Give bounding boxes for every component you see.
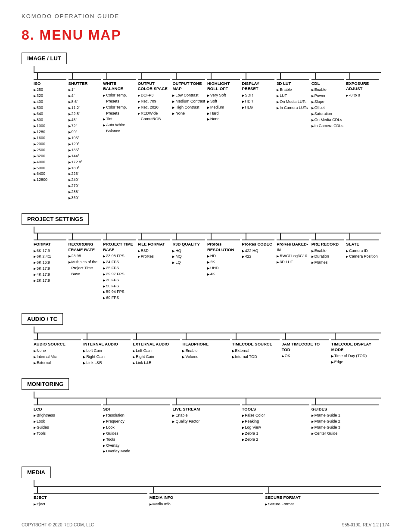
list-item-arrow: ▶ xyxy=(311,124,314,128)
list-item-arrow: ▶ xyxy=(68,100,71,104)
list-item-arrow: ▶ xyxy=(68,106,71,110)
list-item-text: 5K 17:9 xyxy=(37,266,50,272)
col-title-r3d_quality: R3D QUALITY xyxy=(172,240,205,247)
list-item: ▶RWG/ Log3G10 xyxy=(277,253,307,259)
list-item: ▶Enable xyxy=(172,413,199,419)
list-item-text: 4000 xyxy=(37,159,45,165)
list-item-text: Rec. 2020 xyxy=(141,105,159,111)
col-title-pre_record: PRE RECORD xyxy=(311,240,344,247)
list-item-arrow: ▶ xyxy=(138,100,140,104)
list-item-arrow: ▶ xyxy=(103,438,105,442)
col-secure_format: SECURE FORMAT▶Secure Format xyxy=(265,487,381,507)
list-item: ▶225° xyxy=(68,171,83,177)
list-item-arrow: ▶ xyxy=(311,106,314,110)
list-item: ▶422 xyxy=(242,254,258,260)
list-item-arrow: ▶ xyxy=(34,130,36,134)
col-title-audio_source: AUDIO SOURCE xyxy=(34,339,81,347)
list-item: ▶120° xyxy=(68,141,83,147)
col-title-guides: GUIDES xyxy=(311,404,379,412)
list-item-text: Resolution xyxy=(106,413,125,419)
list-item-text: 250 xyxy=(37,87,43,93)
list-item-text: 22.5° xyxy=(72,111,81,117)
list-item: ▶6K 2.4:1 xyxy=(34,254,51,260)
list-item-arrow: ▶ xyxy=(34,124,36,128)
list-item-text: 5000 xyxy=(37,165,45,171)
list-item-arrow: ▶ xyxy=(311,432,314,436)
list-item-text: 45° xyxy=(72,117,78,123)
list-item-text: None xyxy=(37,348,46,354)
list-item-arrow: ▶ xyxy=(68,154,71,159)
list-item-text: 90° xyxy=(72,129,78,135)
col-title-live_stream: LIVE STREAM xyxy=(172,404,240,412)
list-item: ▶Media Info xyxy=(149,501,171,507)
col-format: FORMAT▶6K 17:9▶6K 2.4:1▶6K 16:9▶5K 17:9▶… xyxy=(34,233,68,284)
list-item-text: 3200 xyxy=(37,153,45,159)
list-item-arrow: ▶ xyxy=(103,296,105,300)
col-title-internal_audio: INTERNAL AUDIO xyxy=(83,339,131,347)
list-item: ▶Multiples of the Project Time Base xyxy=(68,259,101,277)
list-item: ▶4000 xyxy=(34,159,47,165)
list-item-text: 72° xyxy=(72,123,78,129)
list-item: ▶Frames xyxy=(311,260,329,266)
list-item-text: Right Gain xyxy=(86,354,105,360)
list-item: ▶500 xyxy=(34,105,47,111)
list-item: ▶External xyxy=(232,348,257,354)
list-item-arrow: ▶ xyxy=(207,93,209,98)
list-item: ▶3D LUT xyxy=(277,259,307,265)
col-title-eject: EJECT xyxy=(34,493,147,500)
list-item-text: Secure Format xyxy=(268,501,294,507)
list-item: ▶Time of Day (TOD) xyxy=(331,353,367,359)
list-item-arrow: ▶ xyxy=(311,112,314,116)
list-item: ▶Hard xyxy=(207,111,226,117)
list-item: ▶Link L&R xyxy=(83,360,105,366)
list-item: ▶Overlay Mode xyxy=(103,448,130,454)
col-title-format: FORMAT xyxy=(34,240,66,247)
col-guides: GUIDES▶Frame Guide 1▶Frame Guide 2▶Frame… xyxy=(311,398,381,437)
list-item-text: Peaking xyxy=(245,419,259,425)
list-item-text: UHD xyxy=(210,265,219,271)
list-item-text: 240° xyxy=(72,177,80,183)
list-item-arrow: ▶ xyxy=(133,349,135,353)
list-item: ▶800 xyxy=(34,117,47,123)
list-item-text: 3D LUT xyxy=(280,259,293,265)
list-item-text: Saturation xyxy=(314,111,332,117)
list-item-text: Power xyxy=(314,93,326,99)
list-item: ▶1000 xyxy=(34,123,47,129)
list-item-arrow: ▶ xyxy=(149,502,152,507)
list-item-text: ProRes xyxy=(141,254,154,260)
list-item-text: HQ xyxy=(175,248,181,254)
list-item-text: 23.98 FPS xyxy=(106,253,125,259)
list-item-text: 2000 xyxy=(37,141,45,147)
list-item: ▶Internal Mic xyxy=(34,354,57,360)
list-item-arrow: ▶ xyxy=(83,349,85,353)
list-item-arrow: ▶ xyxy=(172,249,174,253)
list-item-text: Tools xyxy=(37,431,46,437)
list-item-arrow: ▶ xyxy=(311,94,314,98)
list-item: ▶30 FPS xyxy=(103,277,125,283)
list-item-arrow: ▶ xyxy=(34,279,36,283)
list-item-arrow: ▶ xyxy=(242,414,244,418)
list-item-arrow: ▶ xyxy=(103,106,105,110)
list-item-text: 2K 17:9 xyxy=(37,278,50,284)
col-title-prores_baked_in: ProRes BAKED-IN xyxy=(277,240,309,252)
list-item-arrow: ▶ xyxy=(68,124,71,128)
col-title-output_color_space: OUTPUT COLOR SPACE xyxy=(138,79,171,92)
list-item: ▶Center Guide xyxy=(311,431,340,437)
list-item: ▶Frequency xyxy=(103,419,130,425)
list-item-arrow: ▶ xyxy=(34,88,36,92)
list-item-arrow: ▶ xyxy=(34,349,36,353)
list-item-arrow: ▶ xyxy=(103,117,105,121)
section-image_lut: IMAGE / LUTISO▶250▶320▶400▶500▶640▶800▶1… xyxy=(22,53,389,201)
list-item-text: Frames xyxy=(314,260,328,266)
list-item-text: 11.2° xyxy=(72,105,81,111)
list-item-text: Volume xyxy=(185,354,198,360)
list-item: ▶6K 17:9 xyxy=(34,248,51,254)
list-item-text: DCI-P3 xyxy=(141,93,154,99)
list-item: ▶Internal TOD xyxy=(232,354,257,360)
list-item: ▶24 FPS xyxy=(103,259,125,265)
section-label-image_lut: IMAGE / LUT xyxy=(22,53,67,64)
col-title-secure_format: SECURE FORMAT xyxy=(265,493,379,500)
list-item-arrow: ▶ xyxy=(133,361,135,365)
list-item: ▶Low Contrast xyxy=(172,93,205,99)
list-item-arrow: ▶ xyxy=(34,420,36,424)
